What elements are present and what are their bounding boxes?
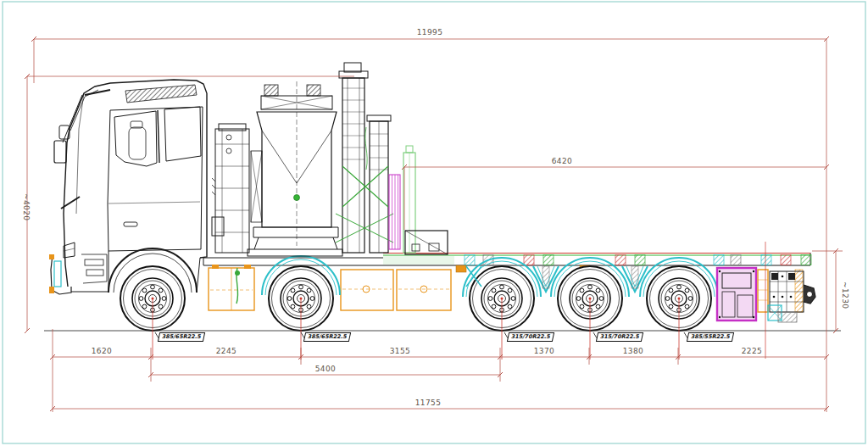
dim-axle3-axle4: 1370 [534, 347, 555, 355]
sheet-border [3, 2, 865, 443]
rear-equipment [717, 268, 815, 322]
tire-label-axle1: 385/65R22.5 [158, 332, 205, 342]
tire-label-axle2: 385/65R22.5 [303, 332, 351, 342]
dim-front-overhang: 1620 [92, 347, 113, 355]
dim-rear-frame-height: ~1230 [841, 282, 849, 309]
dim-rear-overhang: 2225 [742, 347, 763, 355]
green-hose [235, 268, 240, 304]
cad-sheet: 11995 6420 ~4020 ~1230 1620 2245 3155 13… [0, 0, 868, 446]
dim-mid-length: 6420 [552, 157, 573, 165]
tire-label-axle5: 385/55R22.5 [687, 332, 734, 342]
exhaust-stack [212, 124, 249, 253]
dim-axle1-axle2: 2245 [216, 347, 237, 355]
dim-overall-height: ~4020 [22, 193, 31, 220]
dim-overall-length-bottom: 11755 [415, 399, 442, 407]
crane [248, 63, 448, 256]
truck-cab [49, 80, 207, 294]
dim-overall-length-top: 11995 [417, 28, 443, 36]
dim-axle2-axle3: 3155 [390, 347, 411, 355]
truck-drawing [0, 0, 868, 446]
tire-label-axle3: 315/70R22.5 [507, 332, 554, 342]
dim-axle1-axle3: 5400 [315, 365, 337, 373]
dim-axle4-axle5: 1380 [623, 347, 644, 355]
tire-label-axle4: 315/70R22.5 [596, 332, 643, 342]
